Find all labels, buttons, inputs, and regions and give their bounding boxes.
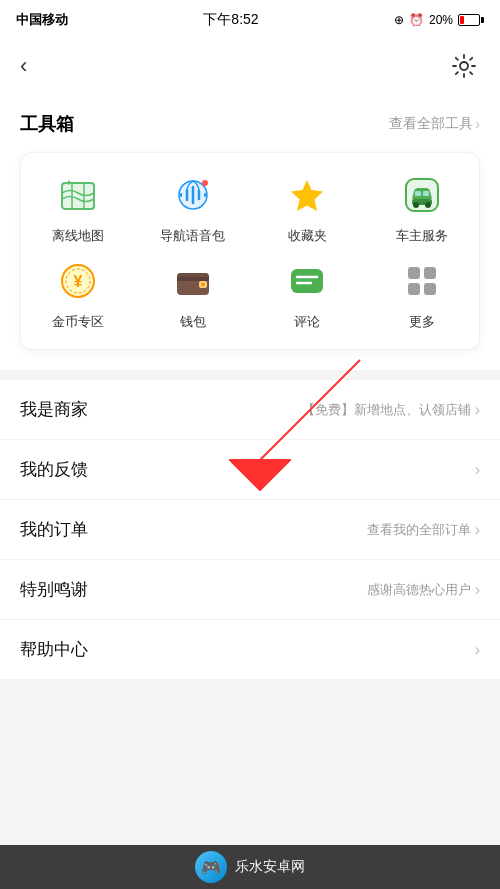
more-grid-icon (402, 261, 442, 301)
svg-point-0 (460, 62, 468, 70)
back-button[interactable]: ‹ (20, 55, 27, 77)
feedback-right: › (471, 461, 480, 479)
review-icon-wrap (281, 255, 333, 307)
nav-voice-icon (173, 175, 213, 215)
more-icon-wrap (396, 255, 448, 307)
merchant-chevron: › (475, 401, 480, 419)
coins-label: 金币专区 (52, 313, 104, 331)
svg-point-6 (202, 180, 208, 186)
orders-right: 查看我的全部订单 › (367, 521, 480, 539)
svg-text:¥: ¥ (74, 273, 83, 290)
location-icon: ⊕ (394, 13, 404, 27)
toolbox-header: 工具箱 查看全部工具 › (20, 112, 480, 136)
watermark-logo-emoji: 🎮 (201, 858, 221, 877)
status-right: ⊕ ⏰ 20% (394, 13, 484, 27)
tool-offline-map[interactable]: 离线地图 (38, 169, 118, 245)
wallet-icon (173, 261, 213, 301)
svg-point-21 (201, 283, 205, 287)
thanks-chevron: › (475, 581, 480, 599)
review-label: 评论 (294, 313, 320, 331)
help-chevron: › (475, 641, 480, 659)
review-comment-icon (287, 261, 327, 301)
nav-voice-label: 导航语音包 (160, 227, 225, 245)
wallet-label: 钱包 (180, 313, 206, 331)
menu-item-help[interactable]: 帮助中心 › (0, 620, 500, 679)
svg-rect-27 (408, 283, 420, 295)
header: ‹ (0, 40, 500, 96)
orders-hint: 查看我的全部订单 (367, 521, 471, 539)
status-bar: 中国移动 下午8:52 ⊕ ⏰ 20% (0, 0, 500, 40)
footer-watermark: 🎮 乐水安卓网 (0, 845, 500, 889)
toolbox-title: 工具箱 (20, 112, 74, 136)
view-all-link[interactable]: 查看全部工具 › (389, 115, 480, 133)
orders-label: 我的订单 (20, 518, 88, 541)
tools-row-2: ¥ 金币专区 钱包 (21, 255, 479, 331)
favorites-star-icon (287, 175, 327, 215)
tool-more[interactable]: 更多 (382, 255, 462, 331)
svg-rect-13 (415, 191, 421, 196)
car-service-icon (402, 175, 442, 215)
view-all-chevron: › (475, 116, 480, 132)
svg-rect-19 (177, 277, 209, 281)
favorites-icon-wrap (281, 169, 333, 221)
svg-rect-28 (424, 283, 436, 295)
tool-wallet[interactable]: 钱包 (153, 255, 233, 331)
merchant-label: 我是商家 (20, 398, 88, 421)
merchant-hint: 【免费】新增地点、认领店铺 (302, 401, 471, 419)
tool-favorites[interactable]: 收藏夹 (267, 169, 347, 245)
offline-map-label: 离线地图 (52, 227, 104, 245)
wallet-icon-wrap (167, 255, 219, 307)
svg-rect-26 (424, 267, 436, 279)
tool-coins[interactable]: ¥ 金币专区 (38, 255, 118, 331)
thanks-right: 感谢高德热心用户 › (367, 581, 480, 599)
settings-button[interactable] (448, 50, 480, 82)
tools-row-1: 离线地图 (21, 169, 479, 245)
coins-icon-wrap: ¥ (52, 255, 104, 307)
time-text: 下午8:52 (203, 11, 258, 29)
offline-map-icon (58, 175, 98, 215)
car-service-icon-wrap (396, 169, 448, 221)
help-label: 帮助中心 (20, 638, 88, 661)
carrier-text: 中国移动 (16, 11, 68, 29)
svg-rect-25 (408, 267, 420, 279)
nav-voice-icon-wrap (167, 169, 219, 221)
feedback-chevron: › (475, 461, 480, 479)
menu-item-merchant[interactable]: 我是商家 【免费】新增地点、认领店铺 › (0, 380, 500, 440)
alarm-icon: ⏰ (409, 13, 424, 27)
offline-map-icon-wrap (52, 169, 104, 221)
battery-percent: 20% (429, 13, 453, 27)
svg-marker-7 (291, 180, 323, 211)
favorites-label: 收藏夹 (288, 227, 327, 245)
thanks-hint: 感谢高德热心用户 (367, 581, 471, 599)
battery-icon (458, 14, 484, 26)
view-all-text: 查看全部工具 (389, 115, 473, 133)
menu-item-feedback[interactable]: 我的反馈 › (0, 440, 500, 500)
svg-point-11 (413, 202, 419, 208)
feedback-label: 我的反馈 (20, 458, 88, 481)
tool-review[interactable]: 评论 (267, 255, 347, 331)
thanks-label: 特别鸣谢 (20, 578, 88, 601)
toolbox-section: 工具箱 查看全部工具 › (0, 96, 500, 370)
merchant-right: 【免费】新增地点、认领店铺 › (302, 401, 480, 419)
help-right: › (471, 641, 480, 659)
coins-icon: ¥ (58, 261, 98, 301)
tool-nav-voice[interactable]: 导航语音包 (153, 169, 233, 245)
tool-car-service[interactable]: 车主服务 (382, 169, 462, 245)
more-label: 更多 (409, 313, 435, 331)
svg-point-12 (425, 202, 431, 208)
svg-rect-14 (423, 191, 429, 196)
menu-item-orders[interactable]: 我的订单 查看我的全部订单 › (0, 500, 500, 560)
tools-card: 离线地图 (20, 152, 480, 350)
orders-chevron: › (475, 521, 480, 539)
svg-rect-22 (291, 269, 323, 293)
menu-list: 我是商家 【免费】新增地点、认领店铺 › 我的反馈 › 我的订单 查看我的全部订… (0, 380, 500, 679)
car-service-label: 车主服务 (396, 227, 448, 245)
watermark-logo-icon: 🎮 (195, 851, 227, 883)
menu-item-thanks[interactable]: 特别鸣谢 感谢高德热心用户 › (0, 560, 500, 620)
settings-icon (450, 52, 478, 80)
watermark-text: 乐水安卓网 (235, 858, 305, 876)
svg-rect-1 (62, 183, 94, 209)
